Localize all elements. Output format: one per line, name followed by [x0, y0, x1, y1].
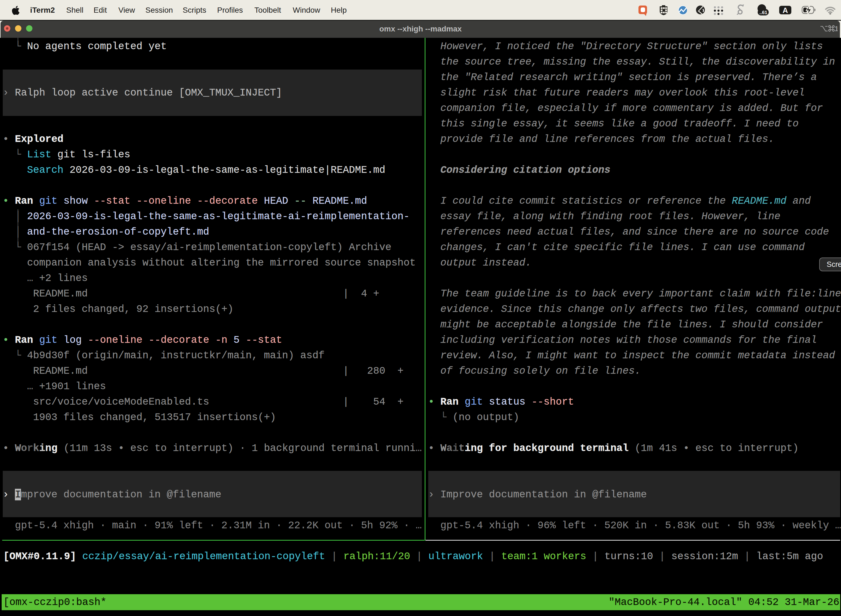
- svg-text:1: 1: [835, 25, 838, 32]
- svg-text:A: A: [782, 6, 788, 15]
- svg-text:..61: ..61: [759, 10, 767, 15]
